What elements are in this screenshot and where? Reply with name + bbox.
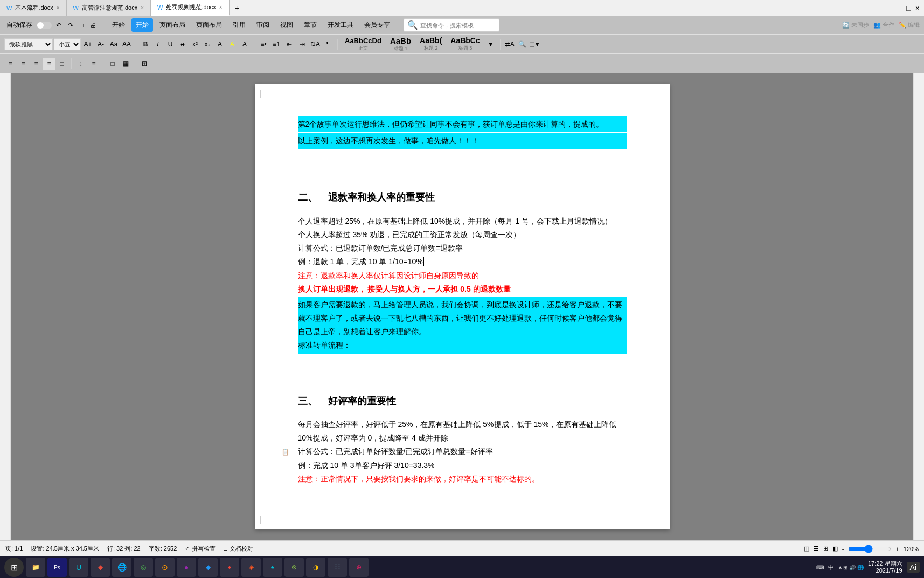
ruler-left: | <box>0 73 11 540</box>
taskbar-ps[interactable]: Ps <box>47 558 67 577</box>
indent-increase-button[interactable]: ⇥ <box>296 38 308 50</box>
document-area[interactable]: 第2个故事单次运行思维法，但仍希望让同事不会有事，获订单总是由你来计算的，提成的… <box>11 73 913 540</box>
underline-button[interactable]: U <box>164 38 176 50</box>
style-normal[interactable]: AaBbCcDd 正文 <box>341 35 385 53</box>
menu-insert[interactable]: 开始 <box>131 18 153 32</box>
menu-reference[interactable]: 引用 <box>228 18 250 32</box>
italic-button[interactable]: I <box>152 38 164 50</box>
change-case-button[interactable]: AA <box>121 38 133 50</box>
edit-mode[interactable]: ✏️ 编辑 <box>899 21 920 29</box>
bold-button[interactable]: B <box>140 38 151 50</box>
taskbar-app16[interactable]: ⊕ <box>349 558 369 577</box>
find-replace-button[interactable]: 🔍 <box>517 38 529 50</box>
taskbar-app11[interactable]: ◈ <box>241 558 261 577</box>
distributed-button[interactable]: □ <box>56 58 68 70</box>
taskbar-app15[interactable]: ☷ <box>328 558 347 577</box>
taskbar-file-manager[interactable]: 📁 <box>26 558 45 577</box>
insert-table-button[interactable]: ⊞ <box>138 58 150 70</box>
zoom-in-button[interactable]: + <box>895 546 899 552</box>
minimize-button[interactable]: — <box>894 4 902 12</box>
doc-compare-area[interactable]: ≡ 文档校对 <box>224 545 253 553</box>
view-mode-icon1[interactable]: ◫ <box>804 545 809 552</box>
border-button[interactable]: □ <box>107 58 119 70</box>
align-left-button[interactable]: ≡ <box>4 58 16 70</box>
save-button[interactable]: □ <box>78 20 86 30</box>
tab-punishment[interactable]: W 处罚规则规范.docx × <box>151 0 230 16</box>
font-bigger-button[interactable]: A+ <box>82 38 94 50</box>
start-icon: ⊞ <box>11 562 18 573</box>
select-button[interactable]: ⌶▼ <box>530 38 541 50</box>
align-right-button[interactable]: ≡ <box>30 58 42 70</box>
zoom-slider[interactable] <box>848 545 891 553</box>
taskbar-app7[interactable]: ⊙ <box>155 558 175 577</box>
taskbar-app10[interactable]: ♦ <box>220 558 239 577</box>
menu-vip[interactable]: 会员专享 <box>360 18 394 32</box>
style-heading1[interactable]: AaBb 标题 1 <box>386 35 415 54</box>
justify-button[interactable]: ≡ <box>43 58 55 70</box>
taskbar-app8[interactable]: ● <box>177 558 196 577</box>
search-box[interactable]: 🔍 <box>404 18 499 32</box>
section-2-content: 个人退率超过 25%，在原有基础上降低 10%提成，并开除（每月 1 号，会下载… <box>298 215 627 354</box>
highlight-button[interactable]: A <box>226 38 238 50</box>
tab-manager-close[interactable]: × <box>141 5 144 11</box>
taskbar-app9[interactable]: ◆ <box>198 558 218 577</box>
unordered-list-button[interactable]: ≡• <box>258 38 269 50</box>
paragraph-spacing-button[interactable]: ≡ <box>88 58 100 70</box>
text-direction-button[interactable]: ⇄A <box>504 38 516 50</box>
search-input[interactable] <box>420 22 496 29</box>
menu-review[interactable]: 审阅 <box>252 18 274 32</box>
font-color-button[interactable]: A <box>214 38 226 50</box>
menu-dev[interactable]: 开发工具 <box>323 18 358 32</box>
ordered-list-button[interactable]: ≡1 <box>270 38 282 50</box>
taskbar-app4[interactable]: ◆ <box>91 558 110 577</box>
collab-button[interactable]: 👥 合作 <box>873 21 894 29</box>
autosave-toggle[interactable]: 自动保存 <box>4 19 34 31</box>
font-smaller-button[interactable]: A- <box>95 38 107 50</box>
menu-view[interactable]: 视图 <box>276 18 297 32</box>
superscript-button[interactable]: x² <box>189 38 201 50</box>
redo-button[interactable]: ↷ <box>66 20 75 30</box>
align-center-button[interactable]: ≡ <box>17 58 29 70</box>
menu-pagelayout[interactable]: 页面布局 <box>155 18 190 32</box>
strikethrough-button[interactable]: a <box>177 38 189 50</box>
more-styles-button[interactable]: ▼ <box>485 38 497 50</box>
view-mode-icon4[interactable]: ◧ <box>832 545 838 552</box>
shading-button[interactable]: ▦ <box>120 58 131 70</box>
taskbar-app12[interactable]: ♠ <box>263 558 282 577</box>
print-button[interactable]: 🖨 <box>88 20 99 30</box>
new-tab-button[interactable]: + <box>230 4 245 12</box>
style-heading3[interactable]: AaBbCc 标题 3 <box>447 35 483 53</box>
highlighted-paragraph-block: 如果客户需要退款的，马上给管理人员说，我们会协调，到底是换设计师，还是给客户退款… <box>298 297 627 354</box>
taskbar-app6[interactable]: ◎ <box>134 558 153 577</box>
menu-pagelayout2[interactable]: 页面布局 <box>192 18 226 32</box>
taskbar-app13[interactable]: ⊗ <box>284 558 304 577</box>
tab-basic-close[interactable]: × <box>57 5 60 11</box>
text-shadow-button[interactable]: A <box>239 38 251 50</box>
view-mode-icon3[interactable]: ⊞ <box>823 545 828 552</box>
menu-chapter[interactable]: 章节 <box>300 18 321 32</box>
spell-check-area[interactable]: ✓ 拼写检查 <box>185 545 216 553</box>
close-button[interactable]: × <box>915 4 920 12</box>
taskbar-chrome[interactable]: 🌐 <box>112 558 131 577</box>
tab-basic[interactable]: W 基本流程.docx × <box>0 0 67 16</box>
taskbar-app14[interactable]: ◑ <box>306 558 325 577</box>
subscript-button[interactable]: x₂ <box>202 38 213 50</box>
tab-manager[interactable]: W 高管循注意规范.docx × <box>67 0 151 16</box>
autosave-switch[interactable] <box>37 22 52 29</box>
undo-button[interactable]: ↶ <box>54 20 64 30</box>
font-family-select[interactable]: 微软雅黑 <box>4 38 53 50</box>
maximize-button[interactable]: □ <box>906 4 911 12</box>
clear-format-button[interactable]: Aa <box>108 38 120 50</box>
show-marks-button[interactable]: ¶ <box>322 38 334 50</box>
tab-punishment-close[interactable]: × <box>219 4 223 10</box>
indent-decrease-button[interactable]: ⇤ <box>283 38 295 50</box>
style-heading2[interactable]: AaBb( 标题 2 <box>416 35 446 53</box>
taskbar-app3[interactable]: U <box>69 558 88 577</box>
font-size-select[interactable]: 小五 <box>54 38 81 50</box>
zoom-out-button[interactable]: - <box>842 546 844 552</box>
sort-button[interactable]: ⇅A <box>309 38 321 50</box>
view-mode-icon2[interactable]: ☰ <box>814 545 819 552</box>
menu-start[interactable]: 开始 <box>108 18 129 32</box>
start-button[interactable]: ⊞ <box>4 558 24 577</box>
line-spacing-button[interactable]: ↕ <box>75 58 87 70</box>
